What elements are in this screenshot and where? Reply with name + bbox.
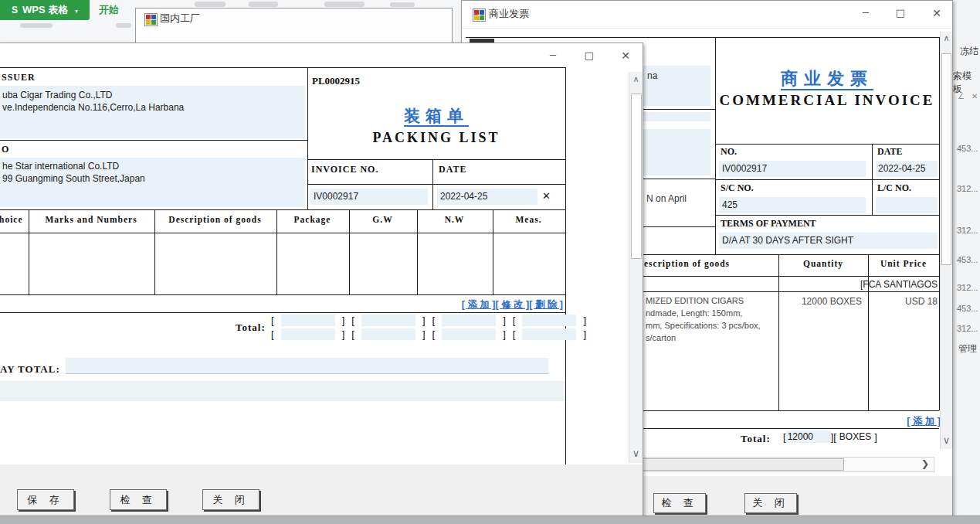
packing-doc-title-en: PACKING LIST — [307, 130, 565, 146]
app-icon — [144, 13, 158, 26]
tab-start[interactable]: 开始 — [99, 3, 119, 17]
delete-link[interactable]: [ 删 除 ] — [529, 299, 563, 310]
scrollbar-thumb[interactable] — [941, 53, 951, 265]
sheet-cell-fragment: 312... — [957, 184, 978, 193]
ribbon-ghost — [390, 2, 415, 7]
table-border — [868, 254, 869, 410]
sheet-cell-fragment: 312... — [957, 324, 978, 333]
goods-unit-price: USD 18 — [868, 296, 938, 307]
vertical-scrollbar[interactable]: ∧ ∨ — [940, 32, 952, 449]
issuer-field[interactable]: uba Cigar Trading Co.,LTD ve.Independenc… — [0, 86, 305, 138]
column-header-meas: Meas. — [493, 215, 565, 224]
bracket: [ — [432, 328, 436, 340]
sc-no-label: S/C NO. — [721, 182, 754, 194]
save-button[interactable]: 保 存 — [17, 489, 74, 510]
clear-date-icon[interactable]: ✕ — [542, 190, 551, 202]
close-icon[interactable]: ✕ — [615, 49, 636, 62]
maximize-button[interactable]: □ — [579, 49, 599, 61]
total-field[interactable] — [281, 315, 335, 326]
date-field[interactable]: 2022-04-25 — [437, 189, 537, 205]
table-border — [276, 209, 277, 294]
ribbon-ghost — [116, 23, 131, 28]
panel-close-icon[interactable]: ✕ — [972, 92, 978, 100]
form-border — [565, 67, 566, 464]
total-fields-row2: [] [] [] [] — [271, 328, 586, 340]
total-field[interactable] — [522, 315, 576, 326]
check-button[interactable]: 检 查 — [110, 489, 167, 510]
form-border — [715, 215, 939, 216]
table-border — [417, 209, 418, 294]
invoice-no-field[interactable]: IV0002917 — [310, 189, 428, 205]
vertical-scrollbar[interactable]: ∧ ∨ — [629, 72, 643, 463]
sheet-cell-fragment: 312... — [957, 283, 978, 292]
total-qty-field[interactable]: 12000 — [786, 430, 831, 443]
table-border — [0, 294, 565, 295]
total-row: [12000][BOXES] — [783, 430, 877, 443]
sheet-cell-fragment: 312... — [957, 226, 978, 235]
ribbon-ghost — [195, 2, 226, 7]
bracket: ] — [874, 431, 877, 443]
column-header-package: Package — [276, 215, 348, 224]
total-field[interactable] — [522, 328, 576, 340]
packing-dialog: ─ □ ✕ SSUER uba Cigar Trading Co.,LTD ve… — [0, 43, 643, 520]
sc-no-field[interactable]: 425 — [719, 197, 866, 213]
ribbon-ghost — [20, 23, 53, 28]
terms-field[interactable]: D/A AT 30 DAYS AFTER SIGHT — [719, 233, 938, 249]
bracket: ] — [342, 315, 345, 326]
invoice-dialog-titlebar[interactable] — [462, 1, 952, 29]
close-icon[interactable]: ✕ — [927, 7, 947, 19]
bracket: ] — [422, 315, 426, 326]
bracket: ][ — [831, 431, 836, 443]
no-label: NO. — [721, 146, 737, 158]
scroll-up-icon[interactable]: ∧ — [629, 74, 643, 84]
no-field[interactable]: IV0002917 — [719, 161, 866, 177]
add-link[interactable]: [ 添 加 ] — [879, 415, 941, 428]
total-field[interactable] — [361, 315, 415, 326]
total-field[interactable] — [281, 328, 335, 340]
column-header-choice: hoice — [0, 215, 27, 224]
minimize-button[interactable]: ─ — [543, 49, 563, 61]
wps-app-button[interactable]: SWPS 表格 ▾ — [0, 0, 90, 20]
scrollbar-thumb[interactable] — [631, 94, 642, 259]
close-button[interactable]: 关 闭 — [202, 489, 259, 510]
ribbon-ghost — [324, 2, 365, 7]
modify-link[interactable]: [ 修 改 ] — [496, 299, 530, 310]
say-total-field[interactable] — [66, 358, 548, 374]
date-field[interactable]: 2022-04-25 — [876, 161, 938, 177]
scroll-down-icon[interactable]: ∨ — [629, 447, 643, 459]
add-link[interactable]: [ 添 加 ] — [462, 299, 496, 310]
issuer-label: SSUER — [2, 72, 36, 83]
table-border — [0, 209, 565, 210]
bracket: [ — [513, 328, 516, 340]
panel-manage-label[interactable]: 管理 — [958, 342, 977, 356]
consignee-line2: 99 Guangming South Street,Japan — [2, 173, 145, 184]
minimize-button[interactable]: ─ — [856, 7, 876, 19]
table-border — [493, 209, 493, 294]
goods-quantity: 12000 BOXES — [778, 296, 862, 307]
bracket: [ — [351, 328, 354, 340]
close-button[interactable]: 关 闭 — [744, 493, 797, 513]
scroll-down-icon[interactable]: ∨ — [941, 434, 952, 446]
app-icon — [473, 9, 486, 22]
consignee-field[interactable]: he Star international Co.LTD 99 Guangmin… — [0, 158, 305, 207]
total-field[interactable] — [361, 328, 415, 340]
say-total-label: AY TOTAL: — [0, 363, 60, 376]
check-button[interactable]: 检 查 — [653, 493, 706, 513]
total-field[interactable] — [442, 315, 496, 326]
panel-collapse-icon[interactable]: ∠ — [958, 92, 965, 100]
form-border — [715, 179, 939, 180]
total-field[interactable] — [442, 328, 496, 340]
total-unit-value: BOXES — [836, 431, 874, 442]
column-header-unit-price: Unit Price — [868, 259, 939, 268]
total-label: Total: — [236, 322, 266, 334]
column-header-nw: N.W — [417, 215, 492, 224]
panel-freeze-label[interactable]: 冻结 — [960, 45, 978, 58]
scroll-up-icon[interactable]: ∧ — [941, 33, 952, 43]
goods-desc-line: MIZED EDITION CIGARS — [646, 296, 744, 305]
bracket: ] — [583, 315, 586, 326]
maximize-button[interactable]: □ — [890, 7, 910, 19]
scroll-right-icon[interactable]: ❯ — [921, 458, 929, 469]
terms-label: TERMS OF PAYMENT — [721, 218, 816, 230]
lc-no-field[interactable] — [876, 197, 938, 213]
total-fields-row1: [] [] [] [] — [271, 315, 586, 326]
